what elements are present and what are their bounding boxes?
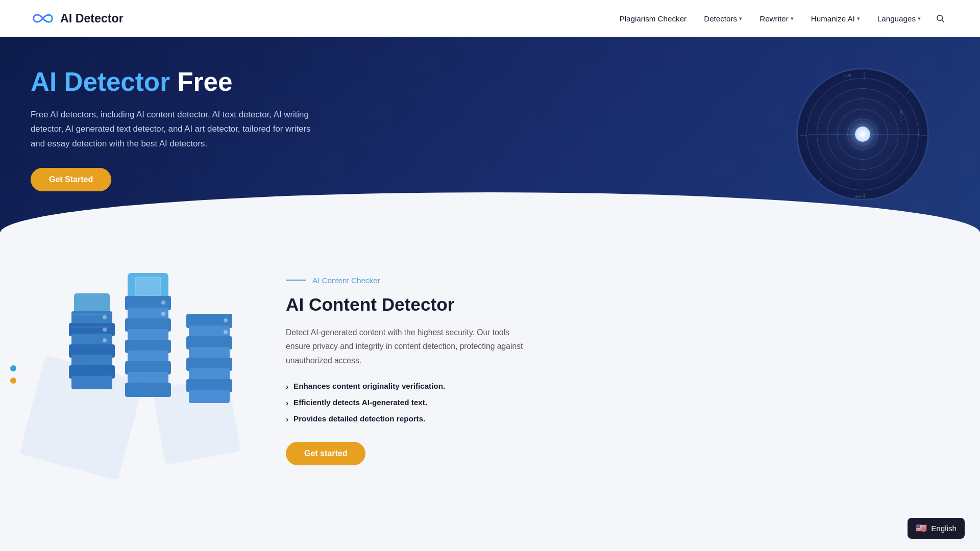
nav-plagiarism[interactable]: Plagiarism Checker	[612, 10, 694, 27]
svg-text:SCAN: SCAN	[844, 73, 851, 77]
svg-point-47	[224, 318, 228, 322]
chevron-down-icon: ▾	[739, 15, 742, 22]
nav-links: Plagiarism Checker Detectors ▾ Rewriter …	[612, 9, 950, 28]
svg-point-25	[103, 338, 107, 342]
nav-languages[interactable]: Languages ▾	[870, 10, 928, 27]
dot-blue	[10, 365, 16, 371]
svg-line-9	[817, 178, 822, 183]
chevron-down-icon: ▾	[791, 15, 794, 22]
feature-item-2: › Efficiently detects AI-generated text.	[286, 398, 949, 407]
brand-name: AI Detector	[60, 12, 124, 26]
svg-line-8	[906, 89, 911, 93]
chevron-right-icon: ›	[286, 415, 288, 423]
nav-detectors[interactable]: Detectors ▾	[697, 10, 749, 27]
svg-rect-13	[74, 293, 110, 314]
svg-line-1	[942, 20, 944, 22]
svg-point-37	[161, 300, 165, 305]
svg-point-24	[103, 328, 107, 332]
chevron-down-icon: ▾	[918, 15, 921, 22]
section-title: AI Content Detector	[286, 294, 949, 315]
logo-icon	[31, 6, 55, 31]
feature-item-3: › Provides detailed detection reports.	[286, 414, 949, 423]
decoration-dots	[10, 365, 16, 384]
section-description: Detect AI-generated content with the hig…	[286, 325, 531, 367]
hero-description: Free AI detectors, including AI content …	[31, 108, 327, 152]
chevron-right-icon: ›	[286, 398, 288, 407]
dot-orange	[10, 378, 16, 384]
svg-point-23	[103, 315, 107, 319]
radar-center	[855, 127, 870, 142]
server-illustration	[31, 273, 245, 469]
svg-rect-36	[135, 277, 161, 295]
nav-rewriter[interactable]: Rewriter ▾	[752, 10, 801, 27]
radar-graphic: SCAN DETECT VERIFY	[796, 68, 929, 201]
feature-list: › Enhances content originality verificat…	[286, 382, 949, 423]
svg-point-38	[161, 312, 165, 316]
search-button[interactable]	[931, 9, 949, 28]
hero-cta-button[interactable]: Get Started	[31, 168, 111, 191]
svg-line-6	[817, 89, 822, 93]
chevron-right-icon: ›	[286, 382, 288, 391]
navbar: AI Detector Plagiarism Checker Detectors…	[0, 0, 980, 37]
feature-item-1: › Enhances content originality verificat…	[286, 382, 949, 391]
hero-content: AI Detector Free Free AI detectors, incl…	[31, 67, 327, 191]
section-cta-button[interactable]: Get started	[286, 442, 365, 465]
logo-link[interactable]: AI Detector	[31, 6, 124, 31]
bg-shape-2	[152, 376, 241, 465]
svg-text:VERIFY: VERIFY	[854, 195, 865, 198]
svg-text:DETECT: DETECT	[899, 110, 903, 121]
svg-line-7	[906, 178, 911, 183]
section-label: AI Content Checker	[286, 276, 949, 285]
search-icon	[936, 14, 945, 23]
nav-humanize[interactable]: Humanize AI ▾	[804, 10, 867, 27]
hero-title: AI Detector Free	[31, 67, 327, 97]
svg-point-48	[224, 330, 228, 334]
content-section: AI Content Checker AI Content Detector D…	[0, 232, 980, 510]
label-line	[286, 280, 306, 281]
hero-section: AI Detector Free Free AI detectors, incl…	[0, 37, 980, 232]
section-content: AI Content Checker AI Content Detector D…	[286, 276, 949, 466]
chevron-down-icon: ▾	[857, 15, 860, 22]
hero-illustration: SCAN DETECT VERIFY	[796, 68, 929, 201]
